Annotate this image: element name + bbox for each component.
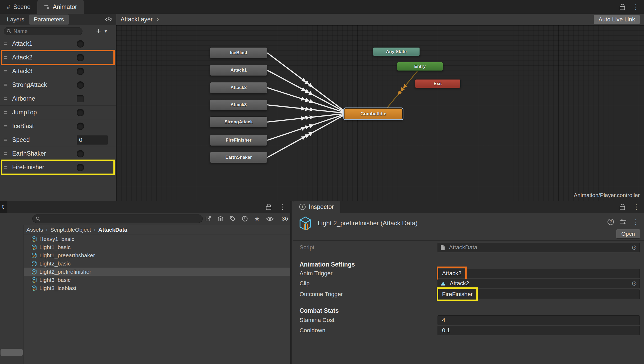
- file-row[interactable]: {} Light1_preearthshaker: [24, 251, 290, 259]
- drag-handle-icon[interactable]: =: [4, 95, 12, 102]
- alert-icon[interactable]: [242, 216, 248, 222]
- trigger-toggle[interactable]: [77, 40, 84, 48]
- drag-handle-icon[interactable]: =: [4, 136, 12, 144]
- parameter-search-input[interactable]: Name: [4, 27, 82, 35]
- scriptable-object-icon: {}: [298, 216, 312, 232]
- drag-handle-icon[interactable]: =: [4, 150, 12, 157]
- object-picker-icon[interactable]: ⊙: [632, 244, 637, 251]
- state-node-strongattack[interactable]: StrongAttack: [210, 116, 267, 128]
- parameter-row[interactable]: =FireFinisher: [0, 161, 116, 174]
- label-tag-icon[interactable]: [230, 216, 236, 222]
- asset-title: Light 2_prefirefinisher (Attack Data): [318, 220, 418, 227]
- kebab-menu-icon[interactable]: ⋮: [279, 203, 286, 210]
- trigger-toggle[interactable]: [77, 150, 84, 157]
- lock-icon[interactable]: [266, 206, 271, 210]
- parameter-row[interactable]: =Attack3: [0, 64, 116, 78]
- drag-handle-icon[interactable]: =: [4, 54, 12, 61]
- drag-handle-icon[interactable]: =: [4, 68, 12, 75]
- stamina-cost-value: 4: [440, 317, 447, 324]
- file-row[interactable]: {} Light1_basic: [24, 243, 290, 251]
- chevron-down-icon[interactable]: ▾: [105, 28, 107, 34]
- cooldown-field[interactable]: 0.1: [438, 326, 640, 335]
- trigger-toggle[interactable]: [77, 123, 84, 130]
- drag-handle-icon[interactable]: =: [4, 109, 12, 116]
- anim-trigger-field[interactable]: Attack2: [438, 269, 640, 278]
- parameter-name: EarthShaker: [12, 150, 77, 157]
- float-field[interactable]: 0: [77, 136, 108, 144]
- project-search-input[interactable]: [32, 214, 203, 223]
- eye-icon[interactable]: [105, 17, 112, 23]
- trigger-toggle[interactable]: [77, 81, 84, 89]
- tab-animator[interactable]: Animator: [37, 0, 84, 14]
- trigger-toggle[interactable]: [77, 68, 84, 75]
- parameter-row[interactable]: =Attack2: [0, 51, 116, 64]
- parameter-row[interactable]: =Speed0: [0, 133, 116, 147]
- drag-handle-icon[interactable]: =: [4, 40, 12, 48]
- drag-handle-icon[interactable]: =: [4, 123, 12, 130]
- kebab-menu-icon[interactable]: ⋮: [632, 218, 639, 225]
- parameter-row[interactable]: =EarthShaker: [0, 147, 116, 161]
- open-button[interactable]: Open: [616, 229, 640, 239]
- kebab-menu-icon[interactable]: ⋮: [633, 203, 640, 210]
- state-node-earthshaker[interactable]: EarthShaker: [210, 152, 267, 163]
- parameter-name: JumpTop: [12, 109, 77, 116]
- graph-canvas[interactable]: Animation/Player.controller IceBlastAtta…: [116, 25, 644, 201]
- parameter-name: StrongAttack: [12, 81, 77, 88]
- trigger-toggle[interactable]: [77, 164, 84, 171]
- file-row[interactable]: {} Light2_basic: [24, 259, 290, 268]
- state-node-attack2[interactable]: Attack2: [210, 82, 267, 93]
- state-node-any-state[interactable]: Any State: [373, 47, 420, 56]
- state-node-combatidle[interactable]: CombatIdle: [344, 108, 403, 119]
- anim-trigger-value: Attack2: [440, 270, 463, 277]
- inspector-body: Script AttackData ⊙ Animation Settings A…: [293, 241, 644, 364]
- breadcrumb-item[interactable]: ScriptableObject: [50, 227, 91, 233]
- visibility-eye-icon[interactable]: [266, 217, 274, 221]
- breadcrumb-item-current[interactable]: AttackData: [98, 227, 127, 233]
- tab-parameters[interactable]: Parameters: [29, 15, 69, 25]
- parameter-row[interactable]: =Attack1: [0, 37, 116, 51]
- state-node-entry[interactable]: Entry: [397, 62, 443, 71]
- trigger-toggle[interactable]: [77, 54, 84, 61]
- file-row[interactable]: {} Light3_iceblast: [24, 284, 290, 292]
- tab-project[interactable]: t: [0, 201, 7, 213]
- tab-inspector[interactable]: i Inspector: [293, 201, 340, 213]
- clip-object-field[interactable]: Attack2 ⊙: [438, 279, 640, 288]
- add-parameter-button[interactable]: +: [96, 27, 101, 35]
- parameter-row[interactable]: =StrongAttack: [0, 78, 116, 92]
- stamina-cost-field[interactable]: 4: [438, 315, 640, 325]
- trigger-toggle[interactable]: [77, 109, 84, 116]
- open-search-icon[interactable]: [205, 216, 211, 222]
- outcome-trigger-field[interactable]: FireFinisher: [438, 290, 640, 299]
- breadcrumb-item[interactable]: Assets: [26, 227, 43, 233]
- object-picker-icon[interactable]: ⊙: [632, 280, 637, 287]
- state-node-attack3[interactable]: Attack3: [210, 99, 267, 110]
- auto-live-link-button[interactable]: Auto Live Link: [594, 15, 640, 24]
- state-node-exit[interactable]: Exit: [415, 79, 461, 88]
- parameter-row[interactable]: =Airborne: [0, 92, 116, 106]
- lock-icon[interactable]: [620, 6, 625, 10]
- drag-handle-icon[interactable]: =: [4, 164, 12, 171]
- kebab-menu-icon[interactable]: ⋮: [632, 3, 639, 10]
- state-node-firefinisher[interactable]: FireFinisher: [210, 135, 267, 146]
- scrollbar-thumb[interactable]: [1, 349, 23, 356]
- bool-checkbox[interactable]: [77, 95, 84, 102]
- parameter-row[interactable]: =JumpTop: [0, 106, 116, 119]
- presets-icon[interactable]: [620, 219, 627, 225]
- file-row[interactable]: {} Light2_prefirefinisher: [24, 268, 290, 276]
- parameter-row[interactable]: =IceBlast: [0, 119, 116, 133]
- tab-layers[interactable]: Layers: [2, 15, 29, 25]
- tab-scene[interactable]: # Scene: [0, 0, 37, 14]
- help-icon[interactable]: ?: [608, 219, 614, 225]
- favorites-star-icon[interactable]: ★: [254, 216, 260, 222]
- state-node-iceblast[interactable]: IceBlast: [210, 47, 267, 58]
- state-node-attack1[interactable]: Attack1: [210, 65, 267, 76]
- file-row[interactable]: {} Heavy1_basic: [24, 235, 290, 243]
- breadcrumb[interactable]: AttackLayer: [121, 16, 153, 23]
- clip-label: Clip: [300, 280, 310, 287]
- file-name: Light1_basic: [39, 244, 71, 250]
- asset-store-icon[interactable]: [218, 216, 223, 222]
- parameter-name: FireFinisher: [12, 164, 77, 171]
- drag-handle-icon[interactable]: =: [4, 81, 12, 89]
- file-row[interactable]: {} Light3_basic: [24, 276, 290, 284]
- lock-icon[interactable]: [620, 206, 625, 210]
